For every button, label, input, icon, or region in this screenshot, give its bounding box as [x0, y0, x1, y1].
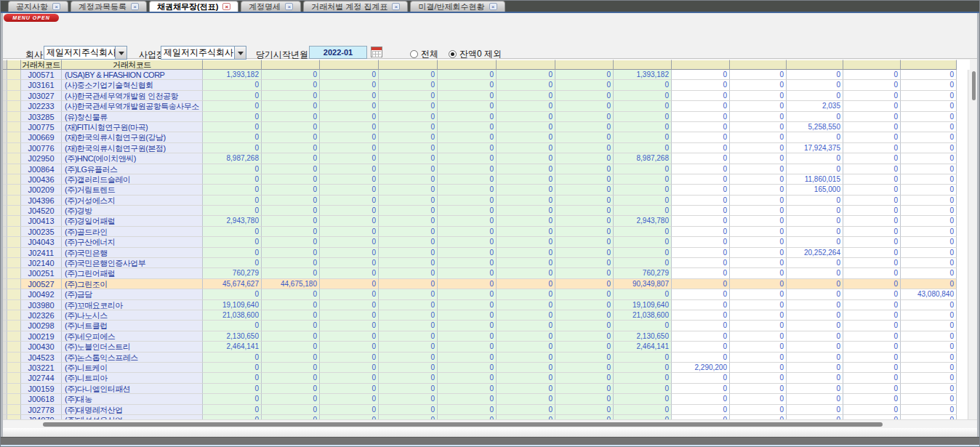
table-row[interactable]: J02778 (주)대명레저산업 0 0 0 0 0 0 0 0 0 0 0 0… [3, 405, 957, 415]
row-select-cell[interactable] [7, 80, 21, 90]
tab-close-icon[interactable]: × [392, 3, 400, 10]
horizontal-scrollbar-thumb[interactable] [43, 422, 883, 427]
radio-circle[interactable] [410, 50, 418, 58]
table-row[interactable]: J00775 (재)FITI시험연구원(마곡) 0 0 0 0 0 0 0 0 … [3, 122, 957, 132]
row-select-cell[interactable] [7, 268, 21, 278]
table-row[interactable]: J03285 (유)창신물류 0 0 0 0 0 0 0 0 0 0 0 0 0 [3, 112, 957, 122]
menu-open-button[interactable]: MENU OPEN [4, 14, 59, 22]
row-select-cell[interactable] [7, 227, 21, 237]
row-select-cell[interactable] [7, 153, 21, 164]
row-select-cell[interactable] [7, 164, 21, 174]
row-select-cell[interactable] [7, 384, 21, 394]
row-select-cell[interactable] [7, 289, 21, 299]
table-row[interactable]: J00159 (주)다니엘인터패션 0 0 0 0 0 0 0 0 0 0 0 … [3, 384, 957, 394]
radio-all[interactable]: 전체 [410, 48, 438, 60]
table-row[interactable]: J02326 (주)나노시스 21,038,600 0 0 0 0 0 0 21… [3, 310, 957, 321]
table-row[interactable]: J00618 (주)대농 0 0 0 0 0 0 0 0 0 0 0 0 0 [3, 394, 957, 404]
value-column-header[interactable] [262, 60, 320, 70]
table-row[interactable]: J03161 (사)중소기업기술혁신협회 0 0 0 0 0 0 0 0 0 0… [3, 80, 957, 90]
table-row[interactable]: J00219 (주)네오피에스 2,130,650 0 0 0 0 0 0 2,… [3, 331, 957, 342]
table-row[interactable]: J04396 (주)거성에스지 0 0 0 0 0 0 0 0 0 0 0 0 … [3, 196, 957, 206]
company-select[interactable]: 제일저지주식회사 [44, 46, 127, 60]
row-select-cell[interactable] [7, 132, 21, 142]
row-select-cell[interactable] [7, 70, 21, 80]
calendar-icon[interactable] [371, 47, 382, 57]
table-row[interactable]: J02140 (주)국민은행인증사업부 0 0 0 0 0 0 0 0 0 0 … [3, 258, 957, 268]
table-row[interactable]: J00436 (주)갤러리드슬레이 0 0 0 0 0 0 0 0 0 0 11… [3, 174, 957, 185]
table-row[interactable]: J00298 (주)너트클럽 0 0 0 0 0 0 0 0 0 0 0 0 0 [3, 321, 957, 331]
table-row[interactable]: J02950 (주)HNC(에이치앤씨) 8,987,268 0 0 0 0 0… [3, 153, 957, 164]
row-select-cell[interactable] [7, 300, 21, 310]
value-column-header[interactable] [730, 60, 787, 70]
table-row[interactable]: J00571 (USA)BY & HFASHION CORP 1,393,182… [3, 70, 957, 80]
row-select-cell[interactable] [7, 248, 21, 258]
value-column-header[interactable] [497, 60, 555, 70]
row-select-cell[interactable] [7, 258, 21, 268]
value-column-header[interactable] [203, 60, 262, 70]
table-row[interactable]: J03980 (주)꼬매요코리아 19,109,640 0 0 0 0 0 0 … [3, 300, 957, 310]
code-column-header[interactable]: 거래처코드 [21, 60, 62, 70]
tab[interactable]: 계정명세 × [241, 1, 301, 12]
table-row[interactable]: J00235 (주)골드라인 0 0 0 0 0 0 0 0 0 0 0 0 0 [3, 227, 957, 237]
value-column-header[interactable] [787, 60, 843, 70]
table-row[interactable]: J02744 (주)니트피아 0 0 0 0 0 0 0 0 0 0 0 0 0 [3, 373, 957, 383]
tab-close-icon[interactable]: × [222, 3, 230, 10]
tab[interactable]: 공지사항 × [8, 1, 68, 12]
row-select-cell[interactable] [7, 206, 21, 216]
site-select[interactable]: 제일저지주식회사 [161, 46, 246, 60]
value-column-header[interactable] [555, 60, 614, 70]
row-select-cell[interactable] [7, 101, 21, 111]
tab-close-icon[interactable]: × [52, 3, 60, 10]
vertical-scrollbar-thumb[interactable] [972, 71, 976, 100]
period-input[interactable]: 2022-01 [309, 46, 367, 59]
tab[interactable]: 거래처별 계정 집계표 × [303, 1, 408, 12]
row-select-cell[interactable] [7, 174, 21, 185]
row-select-cell[interactable] [7, 342, 21, 352]
value-column-header[interactable] [438, 60, 497, 70]
row-select-cell[interactable] [7, 353, 21, 363]
row-select-cell[interactable] [7, 279, 21, 289]
value-column-header[interactable] [843, 60, 901, 70]
radio-exclude-zero[interactable]: 잔액0 제외 [449, 48, 502, 60]
radio-circle[interactable] [449, 50, 457, 58]
row-select-cell[interactable] [7, 196, 21, 206]
row-select-cell[interactable] [7, 405, 21, 415]
value-column-header[interactable] [614, 60, 672, 70]
row-select-cell[interactable] [7, 143, 21, 153]
table-row[interactable]: J04520 (주)경방 0 0 0 0 0 0 0 0 0 0 0 0 0 [3, 206, 957, 216]
horizontal-scrollbar[interactable] [3, 419, 979, 428]
tab-close-icon[interactable]: × [285, 3, 293, 10]
row-select-cell[interactable] [7, 122, 21, 132]
row-select-cell[interactable] [7, 112, 21, 122]
row-select-cell[interactable] [7, 394, 21, 404]
row-select-cell[interactable] [7, 237, 21, 247]
value-column-header[interactable] [320, 60, 379, 70]
row-select-cell[interactable] [7, 310, 21, 321]
tab[interactable]: 미결/반제회수현황 × [410, 1, 505, 12]
table-row[interactable]: J00492 (주)금담 0 0 0 0 0 0 0 0 0 0 0 0 43,… [3, 289, 957, 299]
tab[interactable]: 계정과목등록 × [71, 1, 147, 12]
table-row[interactable]: J00251 (주)그린어패럴 760,279 0 0 0 0 0 0 760,… [3, 268, 957, 278]
table-row[interactable]: J00527 (주)그린조이 45,674,627 44,675,180 0 0… [3, 279, 957, 289]
tab-close-icon[interactable]: × [131, 3, 139, 10]
row-select-cell[interactable] [7, 216, 21, 226]
row-select-cell[interactable] [7, 331, 21, 342]
row-select-cell[interactable] [7, 363, 21, 373]
table-row[interactable]: J00864 (주)LG유플러스 0 0 0 0 0 0 0 0 0 0 0 0… [3, 164, 957, 174]
row-select-cell[interactable] [7, 373, 21, 383]
tab[interactable]: 채권채무장(전표) × [149, 1, 238, 12]
tab-close-icon[interactable]: × [489, 3, 497, 10]
table-row[interactable]: J04523 (주)논스톱익스프레스 0 0 0 0 0 0 0 0 0 0 0… [3, 353, 957, 363]
table-row[interactable]: J02411 (주)국민은행 0 0 0 0 0 0 0 0 0 0 20,25… [3, 248, 957, 258]
table-row[interactable]: J04043 (주)구산에너지 0 0 0 0 0 0 0 0 0 0 0 0 … [3, 237, 957, 247]
chevron-down-icon[interactable] [115, 47, 126, 59]
value-column-header[interactable] [672, 60, 730, 70]
value-column-header[interactable] [901, 60, 957, 70]
row-select-cell[interactable] [7, 321, 21, 331]
table-row[interactable]: J00209 (주)거림트렌드 0 0 0 0 0 0 0 0 0 0 165,… [3, 185, 957, 195]
table-row[interactable]: J03221 (주)니트케이 0 0 0 0 0 0 0 0 2,290,200… [3, 363, 957, 373]
name-column-header[interactable]: 거래처코드 [62, 60, 203, 70]
table-row[interactable]: J00430 (주)노블인더스트리 2,464,141 0 0 0 0 0 0 … [3, 342, 957, 352]
table-row[interactable]: J00413 (주)경일어패럴 2,943,780 0 0 0 0 0 0 2,… [3, 216, 957, 226]
table-row[interactable]: J02233 (사)한국관세무역개발원공항특송사무소 0 0 0 0 0 0 0… [3, 101, 957, 111]
